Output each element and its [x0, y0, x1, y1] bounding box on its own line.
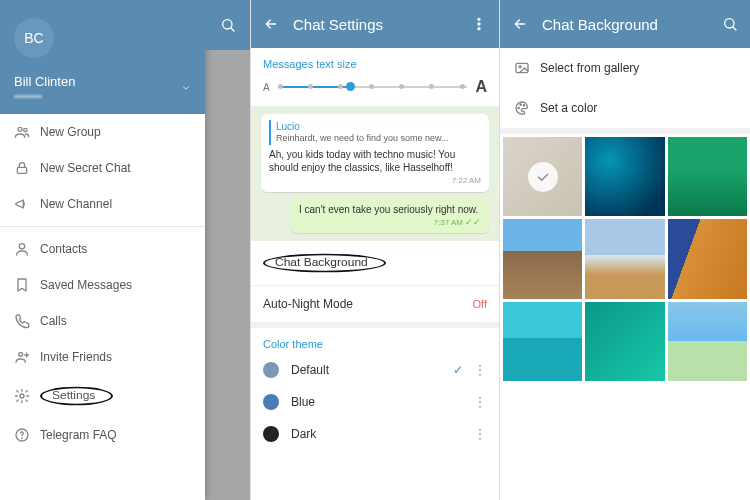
svg-point-4 — [19, 352, 23, 356]
username: Bill Clinten — [14, 74, 75, 89]
page-title: Chat Settings — [293, 16, 471, 33]
menu-label: Telegram FAQ — [40, 428, 117, 442]
menu-label: New Secret Chat — [40, 161, 131, 175]
menu-label: Saved Messages — [40, 278, 132, 292]
svg-point-1 — [24, 128, 27, 131]
svg-point-10 — [478, 23, 480, 25]
theme-more-icon[interactable]: ⋮ — [473, 362, 487, 378]
divider — [0, 226, 205, 227]
svg-point-9 — [478, 18, 480, 20]
theme-blue[interactable]: Blue⋮ — [251, 386, 499, 418]
megaphone-icon — [14, 196, 30, 212]
bg-thumb[interactable] — [668, 219, 747, 298]
theme-more-icon[interactable]: ⋮ — [473, 426, 487, 442]
theme-name: Default — [291, 363, 329, 377]
bg-thumb[interactable] — [668, 137, 747, 216]
theme-name: Blue — [291, 395, 315, 409]
incoming-time: 7:22 AM — [269, 176, 481, 186]
svg-point-7 — [22, 438, 23, 439]
set-a-color[interactable]: Set a color — [500, 88, 750, 128]
check-icon — [535, 169, 551, 185]
outgoing-text: I can't even take you seriously right no… — [299, 204, 481, 215]
search-icon[interactable] — [205, 0, 250, 50]
svg-point-15 — [518, 107, 519, 108]
text-size-label: Messages text size — [251, 48, 499, 74]
svg-point-5 — [20, 394, 24, 398]
text-size-slider[interactable]: A A — [251, 74, 499, 106]
svg-point-0 — [18, 127, 22, 131]
menu-settings[interactable]: Settings — [0, 375, 205, 417]
bg-thumb[interactable] — [503, 219, 582, 298]
menu-new-channel[interactable]: New Channel — [0, 186, 205, 222]
profile-header: BC Bill Clinten •••••••• — [0, 0, 205, 114]
svg-point-14 — [519, 66, 521, 68]
menu-group-1: New Group New Secret Chat New Channel — [0, 114, 205, 222]
chat-settings-panel: Chat Settings Messages text size A A Luc… — [250, 0, 500, 500]
svg-point-17 — [523, 105, 524, 106]
help-icon — [14, 427, 30, 443]
bookmark-icon — [14, 277, 30, 293]
image-icon — [514, 60, 530, 76]
menu-saved-messages[interactable]: Saved Messages — [0, 267, 205, 303]
chat-background-topbar: Chat Background — [500, 0, 750, 48]
chat-background-panel: Chat Background Select from gallery Set … — [500, 0, 750, 500]
read-checks-icon: ✓✓ — [465, 217, 481, 227]
outgoing-bubble: I can't even take you seriously right no… — [291, 198, 489, 233]
theme-dark[interactable]: Dark⋮ — [251, 418, 499, 450]
select-from-gallery[interactable]: Select from gallery — [500, 48, 750, 88]
menu-label: Contacts — [40, 242, 87, 256]
menu-contacts[interactable]: Contacts — [0, 231, 205, 267]
more-icon[interactable] — [471, 16, 487, 32]
navigation-drawer: BC Bill Clinten •••••••• New Group New S… — [0, 0, 205, 500]
back-icon[interactable] — [512, 16, 528, 32]
bg-thumb[interactable] — [585, 137, 664, 216]
theme-more-icon[interactable]: ⋮ — [473, 394, 487, 410]
search-icon[interactable] — [722, 16, 738, 32]
highlight-circle: Chat Background — [263, 254, 386, 273]
svg-point-3 — [19, 244, 24, 249]
svg-point-16 — [520, 104, 521, 105]
drawer-panel: BC Bill Clinten •••••••• New Group New S… — [0, 0, 250, 500]
incoming-text: Ah, you kids today with techno music! Yo… — [269, 148, 481, 174]
auto-night-row[interactable]: Auto-Night ModeOff — [251, 285, 499, 322]
option-label: Select from gallery — [540, 61, 639, 75]
setting-value: Off — [473, 298, 487, 310]
add-user-icon — [14, 349, 30, 365]
chevron-down-icon[interactable] — [181, 83, 191, 93]
bg-thumb[interactable] — [503, 302, 582, 381]
menu-new-secret-chat[interactable]: New Secret Chat — [0, 150, 205, 186]
menu-telegram-faq[interactable]: Telegram FAQ — [0, 417, 205, 453]
theme-default[interactable]: Default✓⋮ — [251, 354, 499, 386]
chat-preview: Lucio Reinhardt, we need to find you som… — [251, 106, 499, 241]
menu-new-group[interactable]: New Group — [0, 114, 205, 150]
page-title: Chat Background — [542, 16, 722, 33]
menu-label: Calls — [40, 314, 67, 328]
lock-icon — [14, 160, 30, 176]
check-icon: ✓ — [453, 363, 463, 377]
menu-invite-friends[interactable]: Invite Friends — [0, 339, 205, 375]
palette-icon — [514, 100, 530, 116]
menu-calls[interactable]: Calls — [0, 303, 205, 339]
svg-point-11 — [478, 28, 480, 30]
menu-group-2: Contacts Saved Messages Calls Invite Fri… — [0, 231, 205, 453]
phone-icon — [14, 313, 30, 329]
chat-background-row[interactable]: Chat Background — [251, 241, 499, 285]
bg-thumb[interactable] — [668, 302, 747, 381]
bg-thumb[interactable] — [585, 219, 664, 298]
bg-thumb[interactable] — [585, 302, 664, 381]
avatar[interactable]: BC — [14, 18, 54, 58]
reply-text: Reinhardt, we need to find you some new.… — [276, 133, 481, 145]
bg-thumb-selected[interactable] — [503, 137, 582, 216]
back-icon[interactable] — [263, 16, 279, 32]
menu-label: Invite Friends — [40, 350, 112, 364]
incoming-bubble: Lucio Reinhardt, we need to find you som… — [261, 114, 489, 192]
svg-rect-2 — [17, 167, 26, 173]
svg-rect-13 — [516, 63, 528, 72]
menu-label: Settings — [52, 389, 95, 401]
selected-overlay — [503, 137, 582, 216]
highlight-circle: Settings — [40, 387, 113, 406]
outgoing-time: 7:37 AM✓✓ — [299, 217, 481, 227]
reply-name: Lucio — [276, 120, 481, 133]
large-a-icon: A — [475, 78, 487, 96]
scrim[interactable] — [205, 0, 250, 500]
